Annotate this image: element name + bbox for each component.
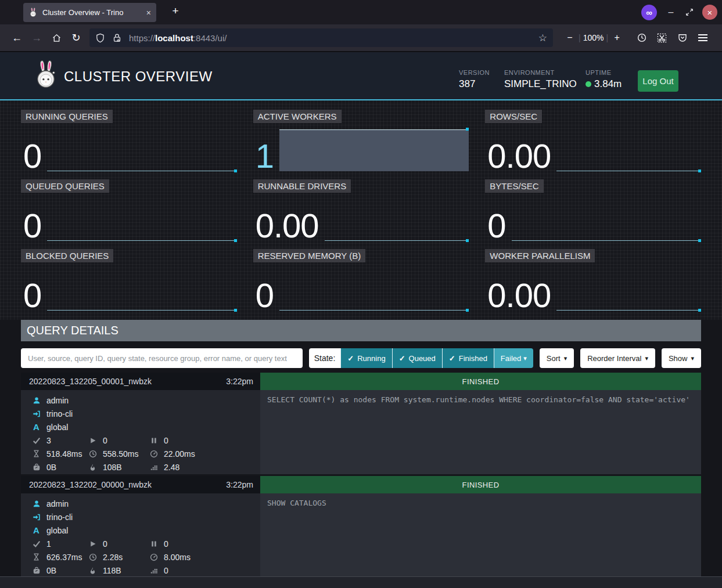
wall-time-hourglass-icon [31,450,41,457]
queued-splits: 0 [164,436,168,445]
sparkline [279,269,469,311]
tile-worker-parallelism: WORKER PARALLELISM 0.00 [485,249,701,313]
tile-value: 0 [21,140,41,171]
current-memory: 0B [46,463,56,472]
back-button[interactable]: ← [7,28,27,47]
trino-ui-page: CLUSTER OVERVIEW VERSION 387 ENVIRONMENT… [0,52,722,588]
query-stats-panel: admin trino-cli Aglobal 3 0 0 518.48ms 5… [21,390,260,474]
state-finished-toggle[interactable]: ✓ Finished [442,348,494,368]
menu-hamburger-icon[interactable] [692,34,713,42]
query-resource-group: global [46,423,68,432]
cumulative-memory: 118B [103,566,121,575]
tile-label: ACTIVE WORKERS [253,110,342,123]
sparkline [556,129,701,171]
state-filter-group: State: ✓ Running ✓ Queued ✓ Finished Fai… [309,348,533,368]
query-search-input[interactable] [21,348,303,368]
cumulative-memory: 108B [103,463,122,472]
screen: Cluster Overview - Trino × + ∞ – × ← → ↻ [0,0,722,588]
completed-splits: 3 [46,436,51,445]
chevron-down-icon: ▾ [564,355,567,362]
tile-running-queries: RUNNING QUERIES 0 [21,110,237,174]
pocket-icon[interactable] [672,33,692,43]
sort-dropdown[interactable]: Sort ▾ [540,348,574,368]
reload-button[interactable]: ↻ [66,28,86,47]
tab-close-icon[interactable]: × [146,8,151,17]
completed-splits-check-icon [31,540,41,548]
zoom-in-button[interactable]: + [608,33,626,43]
check-icon: ✓ [347,354,354,363]
reorder-interval-dropdown[interactable]: Reorder Interval ▾ [580,348,655,368]
check-icon: ✓ [399,354,405,363]
tile-queued-queries: QUEUED QUERIES 0 [21,179,237,243]
history-clock-icon[interactable] [631,33,652,43]
state-queued-toggle[interactable]: ✓ Queued [392,348,442,368]
shield-icon[interactable] [95,33,105,43]
state-filter-label: State: [309,348,341,368]
tile-value: 0 [253,280,274,311]
queued-splits-pause-icon [149,437,159,444]
query-user: admin [46,499,69,508]
query-status-bar: FINISHED [260,476,701,493]
check-icon: ✓ [449,354,455,363]
tile-value: 0.00 [485,140,551,171]
private-browsing-badge-icon: ∞ [641,5,657,20]
queued-splits-pause-icon [149,540,159,547]
environment-label: ENVIRONMENT [504,69,577,76]
url-bar[interactable]: https://localhost:8443/ui/ ☆ [89,28,553,47]
version-label: VERSION [459,69,490,76]
resource-group-icon: A [31,525,41,535]
bookmark-star-icon[interactable]: ☆ [538,32,547,44]
query-source: trino-cli [46,409,73,419]
zoom-out-button[interactable]: − [561,33,579,43]
uptime-status-dot [585,81,591,87]
chevron-down-icon: ▾ [645,355,648,362]
uptime-value: 3.84m [594,78,622,90]
total-wall-time: 558.50ms [103,449,138,459]
tile-value: 0 [485,210,505,241]
tile-label: RUNNABLE DRIVERS [253,179,351,193]
tile-runnable-drivers: RUNNABLE DRIVERS 0.00 [253,179,469,243]
state-running-toggle[interactable]: ✓ Running [340,348,391,368]
wall-time: 626.37ms [46,553,82,562]
query-sql-text[interactable]: SHOW CATALOGS [260,493,701,576]
logout-button[interactable]: Log Out [638,70,678,92]
screenshot-scissors-icon[interactable] [652,33,672,44]
window-restore-button[interactable] [685,8,694,17]
running-splits: 0 [103,539,107,549]
forward-button[interactable]: → [27,28,46,47]
tile-label: BYTES/SEC [485,179,543,193]
version-block: VERSION 387 [459,69,490,90]
query-id-link[interactable]: 20220823_132202_00000_nwbzk [29,480,152,489]
window-close-button[interactable]: × [702,5,717,20]
tile-value: 0 [21,210,41,241]
current-memory: 0B [46,566,56,575]
browser-toolbar: ← → ↻ https://localhost:8443 [0,24,722,52]
query-user: admin [46,396,69,405]
query-sql-text[interactable]: SELECT COUNT(*) as nodes FROM system.run… [260,390,701,474]
wall-time-hourglass-icon [31,553,41,561]
tile-rows-sec: ROWS/SEC 0.00 [485,110,701,174]
zoom-level[interactable]: 100% [581,33,606,42]
query-id-link[interactable]: 20220823_132205_00001_nwbzk [29,377,152,386]
home-button[interactable] [46,28,66,47]
state-failed-dropdown[interactable]: Failed ▾ [494,348,533,368]
show-dropdown[interactable]: Show ▾ [662,348,701,368]
cumulative-memory-flame-icon [88,567,98,575]
tile-active-workers: ACTIVE WORKERS 1 [253,110,469,174]
environment-value: SIMPLE_TRINO [504,78,577,90]
query-filter-bar: State: ✓ Running ✓ Queued ✓ Finished Fai… [21,348,701,368]
cpu-time-gauge-icon [149,450,159,458]
total-wall-time: 2.28s [103,553,123,562]
browser-tab[interactable]: Cluster Overview - Trino × [23,3,156,22]
new-tab-button[interactable]: + [166,2,185,20]
cluster-header: CLUSTER OVERVIEW VERSION 387 ENVIRONMENT… [0,52,722,100]
sparkline [556,269,701,311]
query-time: 3:22pm [226,480,253,489]
query-source: trino-cli [46,513,73,522]
window-minimize-button[interactable]: – [665,7,677,17]
cpu-time: 22.00ms [164,449,195,459]
running-splits: 0 [103,436,107,445]
source-signin-icon [31,410,41,418]
query-stats-panel: admin trino-cli Aglobal 1 0 0 626.37ms 2… [21,493,260,576]
lock-warning-icon[interactable] [112,33,122,43]
